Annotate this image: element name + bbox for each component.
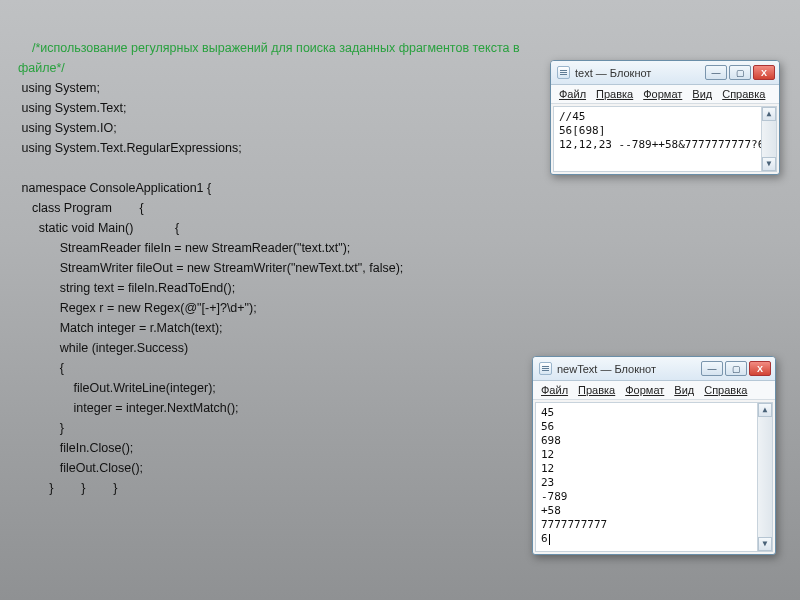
text-cursor <box>549 534 550 545</box>
menu-format[interactable]: Формат <box>625 384 664 396</box>
code-line: static void Main() { <box>18 221 179 235</box>
code-line: class Program { <box>18 201 144 215</box>
menu-edit[interactable]: Правка <box>596 88 633 100</box>
blank-line <box>18 161 21 175</box>
notepad-window-text: text — Блокнот — ▢ X Файл Правка Формат … <box>550 60 780 175</box>
code-line: fileOut.Close(); <box>18 461 143 475</box>
code-line: string text = fileIn.ReadToEnd(); <box>18 281 235 295</box>
menu-view[interactable]: Вид <box>674 384 694 396</box>
close-button[interactable]: X <box>753 65 775 80</box>
code-line: StreamReader fileIn = new StreamReader("… <box>18 241 350 255</box>
code-line: using System.Text.RegularExpressions; <box>18 141 242 155</box>
code-line: using System; <box>18 81 100 95</box>
minimize-button[interactable]: — <box>701 361 723 376</box>
code-line: while (integer.Success) <box>18 341 188 355</box>
code-line: } <box>18 421 64 435</box>
code-line: using System.IO; <box>18 121 117 135</box>
menu-bar: Файл Правка Формат Вид Справка <box>533 381 775 400</box>
code-line: namespace ConsoleApplication1 { <box>18 181 211 195</box>
code-line: Match integer = r.Match(text); <box>18 321 223 335</box>
menu-help[interactable]: Справка <box>704 384 747 396</box>
menu-help[interactable]: Справка <box>722 88 765 100</box>
code-line: fileOut.WriteLine(integer); <box>18 381 216 395</box>
code-line: using System.Text; <box>18 101 126 115</box>
notepad-icon <box>557 66 570 79</box>
menu-edit[interactable]: Правка <box>578 384 615 396</box>
notepad-icon <box>539 362 552 375</box>
window-title: newText — Блокнот <box>557 363 701 375</box>
menu-file[interactable]: Файл <box>541 384 568 396</box>
window-title: text — Блокнот <box>575 67 705 79</box>
scrollbar-vertical[interactable]: ▲ ▼ <box>757 403 772 551</box>
code-line: integer = integer.NextMatch(); <box>18 401 239 415</box>
titlebar[interactable]: text — Блокнот — ▢ X <box>551 61 779 85</box>
scrollbar-vertical[interactable]: ▲ ▼ <box>761 107 776 171</box>
code-line: fileIn.Close(); <box>18 441 133 455</box>
maximize-button[interactable]: ▢ <box>725 361 747 376</box>
text-area[interactable]: //45 56[698] 12,12,23 --789++58&77777777… <box>553 106 777 172</box>
code-line: StreamWriter fileOut = new StreamWriter(… <box>18 261 403 275</box>
scroll-down-icon[interactable]: ▼ <box>758 537 772 551</box>
menu-file[interactable]: Файл <box>559 88 586 100</box>
text-area[interactable]: 45 56 698 12 12 23 -789 +58 7777777777 6… <box>535 402 773 552</box>
menu-view[interactable]: Вид <box>692 88 712 100</box>
menu-format[interactable]: Формат <box>643 88 682 100</box>
titlebar[interactable]: newText — Блокнот — ▢ X <box>533 357 775 381</box>
minimize-button[interactable]: — <box>705 65 727 80</box>
close-button[interactable]: X <box>749 361 771 376</box>
code-line: } } } <box>18 481 117 495</box>
maximize-button[interactable]: ▢ <box>729 65 751 80</box>
scroll-up-icon[interactable]: ▲ <box>758 403 772 417</box>
comment-line: /*использование регулярных выражений для… <box>18 41 520 55</box>
notepad-window-newtext: newText — Блокнот — ▢ X Файл Правка Форм… <box>532 356 776 555</box>
code-line: { <box>18 361 64 375</box>
code-line: Regex r = new Regex(@"[-+]?\d+"); <box>18 301 257 315</box>
menu-bar: Файл Правка Формат Вид Справка <box>551 85 779 104</box>
comment-line: файле*/ <box>18 61 65 75</box>
scroll-up-icon[interactable]: ▲ <box>762 107 776 121</box>
scroll-down-icon[interactable]: ▼ <box>762 157 776 171</box>
